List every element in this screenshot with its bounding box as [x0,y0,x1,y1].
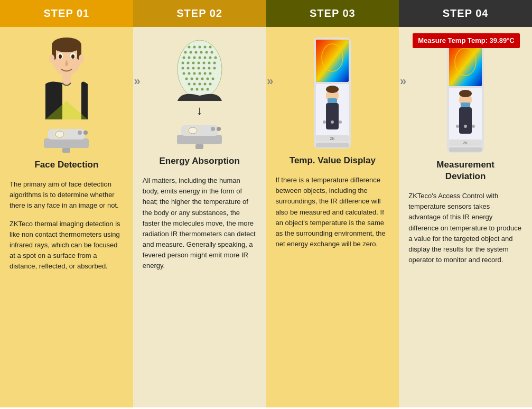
step3-title: Temp. Value Display [276,155,390,166]
svg-point-68 [203,83,206,86]
svg-point-59 [185,78,188,80]
svg-point-53 [182,72,185,75]
step1-image [10,38,124,153]
svg-point-21 [188,46,190,49]
step2-title: Energy Absorption [143,155,257,167]
svg-point-38 [214,57,217,59]
svg-point-49 [197,67,200,70]
svg-point-1 [52,38,81,52]
svg-text:ZK: ZK [463,141,468,145]
svg-point-26 [184,51,186,54]
step1-header: STEP 01 [0,0,133,27]
svg-point-7 [71,54,74,59]
svg-point-62 [201,78,203,80]
svg-point-106 [456,125,459,128]
svg-point-50 [202,67,205,70]
svg-text:ZK: ZK [330,137,335,141]
svg-point-36 [203,57,206,59]
svg-point-91 [323,120,326,124]
svg-point-55 [193,72,195,75]
svg-point-79 [217,127,221,131]
svg-point-52 [213,67,216,70]
content-wrapper: Face Detection The primary aim of face d… [0,27,532,407]
step2-header: STEP 02 [133,0,266,27]
step3-col: ZK Temp. Value Display If there is a tem… [266,27,399,407]
scanner-device-2 [172,120,227,149]
svg-point-71 [195,88,198,91]
svg-point-93 [339,120,342,124]
svg-point-29 [200,51,202,54]
svg-rect-12 [44,138,89,148]
svg-rect-89 [326,103,339,129]
svg-point-24 [203,46,206,49]
step3-body: If there is a temperature difference bet… [276,175,390,249]
svg-point-58 [209,72,211,75]
svg-point-64 [211,78,214,80]
step4-title: Measurement Deviation [408,159,522,182]
arrow-1-2: » [134,75,141,88]
main-container: STEP 01 STEP 02 STEP 03 STEP 04 [0,0,532,407]
svg-point-88 [326,86,339,93]
down-arrow: ↓ [197,103,203,118]
svg-rect-102 [461,103,470,108]
svg-point-27 [189,51,192,54]
svg-point-15 [55,131,64,137]
svg-point-22 [193,46,195,49]
step2-image: ↓ [143,38,257,149]
svg-point-41 [192,62,194,64]
svg-point-32 [182,57,185,59]
svg-rect-18 [62,148,70,153]
step4-header: STEP 04 [399,0,532,27]
step4-col: Measure Temp Temp: 39.89°C [399,27,532,407]
svg-point-39 [181,62,184,64]
step3-image: ZK [276,38,390,148]
svg-point-46 [181,67,184,70]
thermal-device-screen: ZK [298,38,367,148]
svg-point-16 [78,131,82,135]
step1-title: Face Detection [10,159,124,171]
svg-rect-105 [449,147,482,152]
thermal-face-illustration [171,38,229,101]
step2-body: All matters, including the human body, e… [143,175,257,271]
svg-point-43 [202,62,205,64]
svg-point-40 [186,62,189,64]
svg-point-54 [188,72,190,75]
svg-point-51 [208,67,210,70]
svg-point-108 [472,125,475,128]
step4-body: ZKTeco's Access Control with temperature… [408,191,522,265]
svg-point-61 [195,78,198,80]
svg-point-57 [203,72,206,75]
svg-point-103 [459,90,472,97]
svg-point-92 [331,120,334,124]
scanner-device [39,124,94,153]
thermal-device-screen-4: ZK [431,42,500,153]
arrow-3-4: » [400,75,406,88]
svg-point-73 [206,88,209,91]
step1-body: The primary aim of face detection algori… [10,179,124,272]
svg-point-56 [198,72,201,75]
step2-col: ↓ Energy Absorption All matters, includ [133,27,266,407]
header-row: STEP 01 STEP 02 STEP 03 STEP 04 [0,0,532,27]
svg-point-9 [79,54,84,63]
svg-rect-80 [195,144,203,149]
step1-col: Face Detection The primary aim of face d… [0,27,133,407]
svg-point-31 [210,51,213,54]
svg-point-47 [186,67,189,70]
svg-point-8 [49,54,54,63]
svg-rect-98 [449,44,482,86]
svg-point-72 [201,88,203,91]
svg-point-17 [83,131,88,135]
svg-rect-83 [316,40,349,82]
svg-point-66 [193,83,195,86]
step4-image: Measure Temp Temp: 39.89°C [408,38,522,153]
svg-point-44 [208,62,210,64]
svg-rect-87 [328,98,337,104]
svg-point-107 [464,125,467,128]
svg-point-34 [193,57,195,59]
svg-point-77 [189,127,197,134]
svg-point-70 [190,88,193,91]
svg-point-67 [198,83,201,86]
svg-rect-74 [177,135,222,144]
svg-rect-104 [459,107,472,134]
svg-rect-10 [62,75,71,84]
